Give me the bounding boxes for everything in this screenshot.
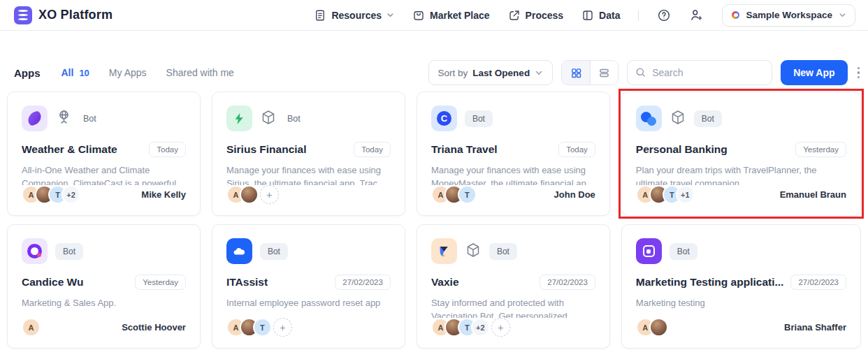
tab-my-apps[interactable]: My Apps xyxy=(109,67,147,78)
app-title[interactable]: Triana Travel xyxy=(431,143,551,156)
grid-view-button[interactable] xyxy=(562,61,590,85)
card-footer: AT+2 Mike Kelly xyxy=(22,185,186,204)
chevron-down-icon xyxy=(535,68,543,77)
app-card[interactable]: Bot Sirius Financial Today Manage your f… xyxy=(212,92,405,216)
app-card[interactable]: Bot Marketing Testing applicati... 27/02… xyxy=(621,224,861,349)
new-app-button[interactable]: New App xyxy=(781,60,847,85)
avatar[interactable]: T xyxy=(458,185,477,204)
avatar-stack: AT+2+ xyxy=(431,318,510,337)
card-title-row: Marketing Testing applicati... 27/02/202… xyxy=(636,275,846,290)
search-icon xyxy=(635,66,646,78)
workspace-color-dot-icon xyxy=(732,11,739,19)
card-title-row: ITAssist 27/02/2023 xyxy=(226,275,391,290)
app-card[interactable]: Bot Candice Wu Yesterday Marketing & Sal… xyxy=(7,224,201,349)
avatar[interactable] xyxy=(649,318,668,337)
circles-glyph-icon xyxy=(641,112,656,126)
search-box xyxy=(627,60,772,85)
add-member-button[interactable]: + xyxy=(273,318,292,337)
tab-my-apps-label: My Apps xyxy=(109,67,147,78)
add-member-button[interactable]: + xyxy=(260,185,279,204)
avatar-stack: AT+2 xyxy=(22,185,80,204)
card-title-row: Sirius Financial Today xyxy=(226,142,391,157)
nav-data[interactable]: Data xyxy=(581,9,620,22)
tab-shared-with-me[interactable]: Shared with me xyxy=(166,67,234,78)
sort-dropdown[interactable]: Sort by Last Opened xyxy=(428,60,554,85)
avatar-overflow-count[interactable]: +1 xyxy=(676,185,695,204)
sort-prefix-label: Sort by xyxy=(438,68,468,78)
last-opened-badge: Today xyxy=(354,142,391,157)
nav-marketplace[interactable]: Market Place xyxy=(412,9,490,22)
card-icon-row: Bot xyxy=(431,238,595,264)
card-title-row: Weather & Climate Today xyxy=(22,142,186,157)
tab-all-count: 10 xyxy=(79,68,89,78)
avatar[interactable]: T xyxy=(253,318,272,337)
app-title[interactable]: Marketing Testing applicati... xyxy=(636,276,784,289)
last-opened-badge: Today xyxy=(558,142,595,157)
card-title-row: Triana Travel Today xyxy=(431,142,595,157)
app-title[interactable]: ITAssist xyxy=(226,276,328,289)
app-description: Internal employee password reset app xyxy=(226,296,391,309)
avatar[interactable]: A xyxy=(22,318,41,337)
app-description: Marketing & Sales App. xyxy=(22,296,186,309)
last-opened-badge: 27/02/2023 xyxy=(540,275,595,290)
card-icon-row: Bot xyxy=(226,238,391,264)
app-card[interactable]: C Bot Triana Travel Today Manage your fi… xyxy=(417,92,610,216)
card-icon-row: Bot xyxy=(636,105,846,131)
app-icon xyxy=(636,105,662,131)
app-card[interactable]: Bot ITAssist 27/02/2023 Internal employe… xyxy=(212,224,405,349)
app-card[interactable]: Bot Personal Banking Yesterday Plan your… xyxy=(621,92,861,216)
bot-type-badge: Bot xyxy=(465,110,493,127)
tab-all[interactable]: All 10 xyxy=(62,67,89,78)
bot-type-badge: Bot xyxy=(260,243,288,260)
ring-glyph-icon xyxy=(27,244,42,258)
app-title[interactable]: Personal Banking xyxy=(636,143,788,156)
apps-toolbar: Apps All 10 My Apps Shared with me Sort … xyxy=(0,60,868,85)
globe-icon xyxy=(55,108,73,129)
last-opened-badge: 27/02/2023 xyxy=(335,275,391,290)
card-title-row: Personal Banking Yesterday xyxy=(636,142,846,157)
nav-process[interactable]: Process xyxy=(508,9,563,22)
card-footer: A+ xyxy=(226,185,391,204)
card-icon-row: Bot xyxy=(636,238,846,264)
apps-title: Apps xyxy=(14,67,41,79)
nav-resources[interactable]: Resources xyxy=(314,9,394,22)
app-icon xyxy=(226,238,252,264)
bot-type-badge: Bot xyxy=(489,243,517,260)
add-member-button[interactable]: + xyxy=(491,318,510,337)
marketplace-bag-icon xyxy=(412,9,425,22)
app-icon: C xyxy=(431,105,457,131)
xo-platform-logo-icon xyxy=(14,6,32,24)
app-description: Manage your finances with ease using Sir… xyxy=(226,163,391,185)
avatar-stack: AT xyxy=(431,185,477,204)
nav-resources-label: Resources xyxy=(331,10,382,21)
app-card[interactable]: Bot Vaxie 27/02/2023 Stay informed and p… xyxy=(417,224,610,349)
external-link-icon xyxy=(508,9,521,22)
app-title[interactable]: Candice Wu xyxy=(22,276,128,289)
tab-all-label: All xyxy=(62,67,74,78)
card-footer: AT+1 Emanuel Braun xyxy=(636,185,846,204)
toolbar-right: Sort by Last Opened New App xyxy=(428,60,861,85)
help-button[interactable] xyxy=(657,8,671,22)
search-input[interactable] xyxy=(627,60,772,85)
list-view-button[interactable] xyxy=(590,61,618,85)
cards-grid: Bot Weather & Climate Today All-in-One W… xyxy=(0,92,868,349)
invite-user-button[interactable] xyxy=(689,8,704,22)
chevron-down-icon xyxy=(386,11,394,19)
app-title[interactable]: Sirius Financial xyxy=(226,143,347,156)
bot-type-label: Bot xyxy=(287,114,301,124)
avatar[interactable] xyxy=(240,185,259,204)
app-title[interactable]: Vaxie xyxy=(431,276,533,289)
avatar-stack: A+ xyxy=(226,185,279,204)
brand-name: XO Platform xyxy=(38,8,113,22)
avatar-overflow-count[interactable]: +2 xyxy=(62,185,80,204)
app-icon xyxy=(22,238,48,264)
app-title[interactable]: Weather & Climate xyxy=(22,143,142,156)
workspace-switcher[interactable]: Sample Workspace xyxy=(722,4,855,27)
app-card[interactable]: Bot Weather & Climate Today All-in-One W… xyxy=(7,92,201,216)
bot-type-label: Bot xyxy=(83,114,96,124)
nav-process-label: Process xyxy=(526,10,563,21)
data-panel-icon xyxy=(581,9,594,22)
avatar-overflow-count[interactable]: +2 xyxy=(471,318,490,337)
avatar-stack: AT+ xyxy=(226,318,292,337)
more-options-button[interactable] xyxy=(856,66,862,80)
